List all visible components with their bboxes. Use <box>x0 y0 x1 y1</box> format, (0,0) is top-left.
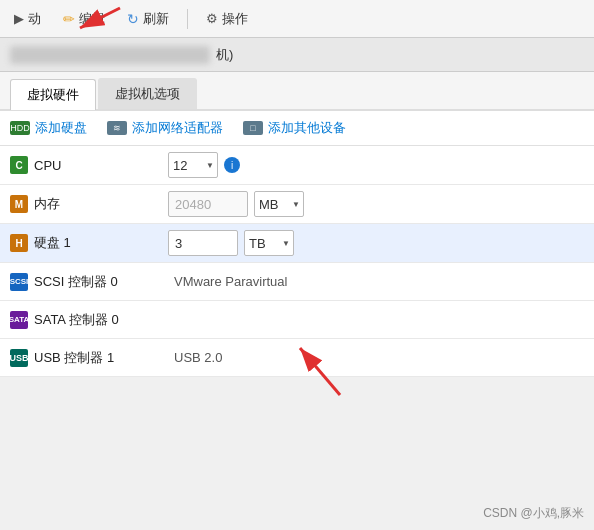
tab-hardware[interactable]: 虚拟硬件 <box>10 79 96 110</box>
memory-unit-select[interactable]: MB GB <box>254 191 304 217</box>
memory-input[interactable] <box>168 191 248 217</box>
vm-title-blurred <box>10 46 210 64</box>
sata-label: SATA 控制器 0 <box>34 311 119 329</box>
cpu-info-icon[interactable]: i <box>224 157 240 173</box>
sata-label-cell: SATA SATA 控制器 0 <box>0 305 160 335</box>
cpu-value-cell: 1 2 4 6 8 12 16 i <box>160 146 594 184</box>
main-content: HDD 添加硬盘 ≋ 添加网络适配器 □ 添加其他设备 C CPU <box>0 111 594 377</box>
add-other-icon: □ <box>243 121 263 135</box>
scsi-label: SCSI 控制器 0 <box>34 273 118 291</box>
add-other-button[interactable]: □ 添加其他设备 <box>243 119 346 137</box>
cpu-row: C CPU 1 2 4 6 8 12 16 <box>0 146 594 185</box>
usb-label: USB 控制器 1 <box>34 349 114 367</box>
cpu-select[interactable]: 1 2 4 6 8 12 16 <box>168 152 218 178</box>
usb-row: USB USB 控制器 1 USB 2.0 <box>0 339 594 377</box>
memory-row: M 内存 MB GB <box>0 185 594 224</box>
sata-icon: SATA <box>10 311 28 329</box>
add-disk-icon: HDD <box>10 121 30 135</box>
tabs-bar: 虚拟硬件 虚拟机选项 <box>0 72 594 111</box>
add-network-icon: ≋ <box>107 121 127 135</box>
scsi-value-cell: VMware Paravirtual <box>160 265 594 298</box>
memory-icon: M <box>10 195 28 213</box>
edit-button[interactable]: ✏ 编辑 <box>59 8 109 30</box>
sata-row: SATA SATA 控制器 0 <box>0 301 594 339</box>
header-bar: 机) <box>0 38 594 72</box>
memory-unit-wrapper: MB GB <box>254 191 304 217</box>
scsi-value: VMware Paravirtual <box>168 271 293 292</box>
toolbar-separator <box>187 9 188 29</box>
memory-label-cell: M 内存 <box>0 189 160 219</box>
start-icon: ▶ <box>14 11 24 26</box>
disk1-row: H 硬盘 1 GB TB <box>0 224 594 263</box>
disk1-label-cell: H 硬盘 1 <box>0 228 160 258</box>
scsi-label-cell: SCSI SCSI 控制器 0 <box>0 267 160 297</box>
refresh-label: 刷新 <box>143 10 169 28</box>
add-network-label: 添加网络适配器 <box>132 119 223 137</box>
scsi-row: SCSI SCSI 控制器 0 VMware Paravirtual <box>0 263 594 301</box>
start-button[interactable]: ▶ 动 <box>10 8 45 30</box>
refresh-button[interactable]: ↻ 刷新 <box>123 8 173 30</box>
memory-label: 内存 <box>34 195 60 213</box>
disk1-label: 硬盘 1 <box>34 234 71 252</box>
sata-value-cell <box>160 314 594 326</box>
title-suffix: 机) <box>216 46 233 64</box>
memory-value-cell: MB GB <box>160 185 594 223</box>
toolbar: ▶ 动 ✏ 编辑 ↻ 刷新 ⚙ 操作 <box>0 0 594 38</box>
refresh-icon: ↻ <box>127 11 139 27</box>
add-disk-label: 添加硬盘 <box>35 119 87 137</box>
watermark-text: CSDN @小鸡,豚米 <box>483 506 584 520</box>
disk1-unit-select[interactable]: GB TB <box>244 230 294 256</box>
actions-button[interactable]: ⚙ 操作 <box>202 8 252 30</box>
gear-icon: ⚙ <box>206 11 218 26</box>
usb-icon: USB <box>10 349 28 367</box>
hardware-table: C CPU 1 2 4 6 8 12 16 <box>0 146 594 377</box>
usb-value-cell: USB 2.0 <box>160 341 594 374</box>
add-other-label: 添加其他设备 <box>268 119 346 137</box>
add-disk-button[interactable]: HDD 添加硬盘 <box>10 119 87 137</box>
watermark: CSDN @小鸡,豚米 <box>483 505 584 522</box>
add-network-button[interactable]: ≋ 添加网络适配器 <box>107 119 223 137</box>
disk1-unit-wrapper: GB TB <box>244 230 294 256</box>
cpu-label-cell: C CPU <box>0 150 160 180</box>
usb-label-cell: USB USB 控制器 1 <box>0 343 160 373</box>
edit-label: 编辑 <box>79 10 105 28</box>
actions-label: 操作 <box>222 10 248 28</box>
cpu-icon: C <box>10 156 28 174</box>
disk1-value-cell: GB TB <box>160 224 594 262</box>
scsi-icon: SCSI <box>10 273 28 291</box>
cpu-label: CPU <box>34 158 61 173</box>
tab-vm-options[interactable]: 虚拟机选项 <box>98 78 197 109</box>
disk1-input[interactable] <box>168 230 238 256</box>
disk1-icon: H <box>10 234 28 252</box>
start-label: 动 <box>28 10 41 28</box>
usb-value: USB 2.0 <box>168 347 228 368</box>
add-devices-bar: HDD 添加硬盘 ≋ 添加网络适配器 □ 添加其他设备 <box>0 111 594 146</box>
pencil-icon: ✏ <box>63 11 75 27</box>
cpu-select-wrapper: 1 2 4 6 8 12 16 <box>168 152 218 178</box>
